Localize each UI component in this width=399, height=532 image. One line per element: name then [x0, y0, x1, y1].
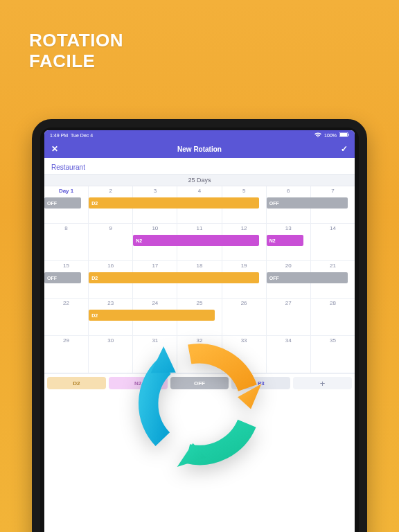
event-off[interactable]: OFF — [267, 272, 311, 283]
day-cell[interactable]: 32 — [177, 336, 222, 373]
day-number: 13 — [267, 225, 310, 231]
event-d2[interactable]: D2 — [89, 197, 133, 209]
day-cell[interactable]: 33 — [222, 336, 267, 373]
event-d2[interactable] — [132, 272, 177, 283]
day-cell[interactable]: 11 — [177, 224, 222, 261]
day-cell[interactable]: 35 — [311, 336, 355, 373]
day-number: 32 — [177, 337, 221, 344]
day-number: 31 — [133, 337, 177, 344]
day-cell[interactable]: 14 — [311, 224, 355, 261]
day-number: 23 — [89, 300, 132, 306]
day-cell[interactable]: 3 — [133, 186, 177, 224]
event-n2[interactable]: N2 — [133, 235, 177, 246]
day-number: 2 — [89, 188, 132, 194]
day-cell[interactable]: 29 — [44, 336, 89, 373]
grid-row: 15OFF16D217181920OFF21 — [44, 261, 355, 299]
event-off[interactable]: OFF — [44, 197, 81, 209]
day-cell[interactable]: 5 — [222, 186, 267, 224]
legend-bar: D2 N2 OFF P3 + — [44, 373, 355, 392]
day-number: 16 — [89, 263, 132, 269]
event-d2[interactable]: D2 — [89, 310, 133, 321]
day-cell[interactable]: 18 — [177, 261, 222, 299]
tablet-screen: 1:49 PM Tue Dec 4 100% ✕ New Rotation ✓ — [44, 130, 355, 532]
close-button[interactable]: ✕ — [44, 140, 65, 158]
day-cell[interactable]: 34 — [267, 336, 311, 373]
day-cell[interactable]: 9 — [89, 224, 133, 261]
day-cell[interactable]: 4 — [177, 186, 222, 224]
confirm-button[interactable]: ✓ — [334, 140, 355, 158]
event-d2[interactable] — [132, 310, 177, 321]
day-number: 35 — [311, 337, 355, 344]
day-cell[interactable]: 12 — [222, 224, 267, 261]
day-number: 15 — [44, 263, 88, 269]
rotation-name-field[interactable]: Restaurant — [44, 158, 355, 174]
event-d2[interactable] — [177, 310, 214, 321]
day-cell[interactable]: 25 — [177, 299, 222, 336]
day-number: 24 — [133, 300, 177, 306]
day-number: 6 — [267, 188, 310, 194]
day-number: 25 — [177, 300, 221, 306]
event-d2[interactable] — [222, 272, 259, 283]
day-number: 14 — [311, 225, 355, 231]
day-number: Day 1 — [44, 188, 88, 194]
day-number: 33 — [222, 337, 266, 344]
day-cell[interactable]: 6OFF — [267, 186, 311, 224]
headline-line1: ROTATION — [29, 30, 123, 51]
legend-chip-d2[interactable]: D2 — [47, 377, 106, 389]
day-cell[interactable]: 24 — [133, 299, 177, 336]
day-number: 28 — [311, 300, 355, 306]
day-cell[interactable]: 19 — [222, 261, 267, 299]
event-off[interactable] — [310, 272, 348, 283]
event-d2[interactable] — [222, 197, 259, 209]
day-number: 10 — [133, 225, 177, 231]
day-cell[interactable]: 13N2 — [267, 224, 311, 261]
day-cell[interactable]: 27 — [267, 299, 311, 336]
day-number: 29 — [44, 337, 88, 344]
day-cell[interactable]: 2D2 — [89, 186, 133, 224]
promo-headline: ROTATION FACILE — [29, 30, 123, 72]
event-n2[interactable]: N2 — [267, 235, 303, 246]
event-d2[interactable]: D2 — [89, 272, 133, 283]
event-off[interactable]: OFF — [267, 197, 311, 209]
day-number: 8 — [44, 225, 88, 231]
day-number: 5 — [222, 188, 266, 194]
day-cell[interactable]: 10N2 — [133, 224, 177, 261]
day-cell[interactable]: 8 — [44, 224, 89, 261]
day-cell[interactable]: 22 — [44, 299, 89, 336]
rotation-grid: Day 1OFF2D23456OFF78910N2111213N21415OFF… — [44, 186, 355, 373]
day-cell[interactable]: 21 — [311, 261, 355, 299]
day-cell[interactable]: 26 — [222, 299, 267, 336]
event-d2[interactable] — [177, 272, 222, 283]
legend-chip-n2[interactable]: N2 — [109, 377, 168, 389]
statusbar-date: Tue Dec 4 — [71, 133, 93, 138]
event-off[interactable] — [310, 197, 348, 209]
day-number: 30 — [89, 337, 132, 344]
day-cell[interactable]: 17 — [133, 261, 177, 299]
day-cell[interactable]: 16D2 — [89, 261, 133, 299]
legend-chip-off[interactable]: OFF — [170, 377, 229, 389]
day-cell[interactable]: 20OFF — [267, 261, 311, 299]
day-cell[interactable]: 7 — [311, 186, 355, 224]
event-n2[interactable] — [177, 235, 222, 246]
event-off[interactable]: OFF — [44, 272, 81, 283]
statusbar: 1:49 PM Tue Dec 4 100% — [44, 130, 355, 140]
legend-chip-p3[interactable]: P3 — [231, 377, 290, 389]
day-cell[interactable]: 28 — [311, 299, 355, 336]
close-icon: ✕ — [51, 144, 58, 154]
svg-marker-4 — [177, 443, 206, 467]
svg-rect-2 — [348, 134, 348, 136]
event-n2[interactable] — [222, 235, 259, 246]
day-cell[interactable]: 31 — [133, 336, 177, 373]
day-cell[interactable]: 30 — [89, 336, 133, 373]
day-cell[interactable]: Day 1OFF — [44, 186, 89, 224]
event-d2[interactable] — [132, 197, 177, 209]
day-number: 26 — [222, 300, 266, 306]
grid-row: 2223D22425262728 — [44, 299, 355, 336]
day-cell[interactable]: 15OFF — [44, 261, 89, 299]
day-number: 17 — [133, 263, 177, 269]
day-cell[interactable]: 23D2 — [89, 299, 133, 336]
check-icon: ✓ — [341, 144, 348, 154]
event-d2[interactable] — [177, 197, 222, 209]
legend-add-button[interactable]: + — [293, 377, 352, 389]
day-number: 27 — [267, 300, 310, 306]
